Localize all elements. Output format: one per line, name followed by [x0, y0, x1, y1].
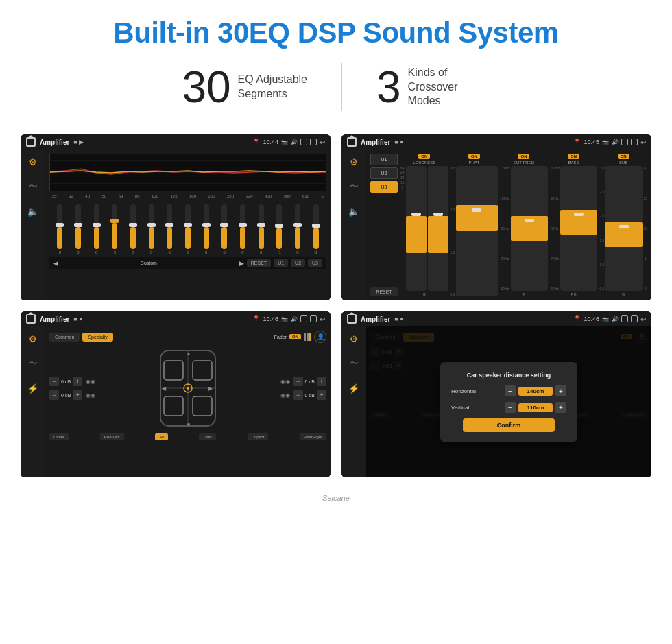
dsp-sidebar-icon3[interactable]: 🔈 — [347, 204, 361, 218]
eq-content: ⚙ 〜 🔈 — [21, 150, 331, 300]
eq-slider-10: 0 — [240, 204, 245, 254]
sp-main-area: − 0 dB + ◉◉ − 0 dB + ◉◉ — [49, 347, 326, 429]
dlg-sidebar-icon2[interactable]: 〜 — [347, 357, 361, 370]
vertical-plus-btn[interactable]: + — [555, 402, 566, 413]
dsp-reset-btn[interactable]: RESET — [370, 287, 398, 296]
status-bar-left-sp: Amplifier ■ ● — [26, 314, 83, 324]
dsp-layout: U1 U2 U3 RESET ON LOUDNESS — [370, 154, 647, 296]
stat-eq-number: 30 — [182, 65, 230, 109]
specialty-tab[interactable]: Specialty — [82, 333, 112, 342]
eq-slider-12: -1 — [276, 204, 282, 254]
zone-user-btn[interactable]: User — [199, 433, 216, 440]
time-dsp: 10:45 — [584, 139, 599, 145]
car-diagram-svg: ▲ ▼ ◀ ▶ — [154, 347, 222, 429]
sub-right-scale: 20 15 10 5 0 — [643, 166, 647, 291]
stat-eq-label: EQ AdjustableSegments — [238, 73, 307, 102]
eq-u2-btn[interactable]: U2 — [291, 259, 305, 267]
zone-rearright-btn[interactable]: RearRight — [300, 433, 326, 440]
db-plus-fl[interactable]: + — [73, 377, 82, 386]
eq-u3-btn[interactable]: U3 — [308, 259, 322, 267]
minimize-icon — [310, 139, 317, 145]
eq-slider-3: 5 — [112, 204, 117, 254]
dsp-u3-btn[interactable]: U3 — [370, 181, 398, 193]
back-icon-sp[interactable]: ↩ — [320, 315, 325, 323]
cutfreq-on-badge[interactable]: ON — [518, 154, 529, 159]
db-minus-rr[interactable]: − — [293, 390, 303, 400]
dsp-sidebar-icon1[interactable]: ⚙ — [347, 155, 361, 169]
dsp-channel-sub: ON SUB 3.0 2.5 2.0 1.5 1.0 0.5 — [599, 154, 647, 296]
home-icon-sp[interactable] — [26, 314, 36, 324]
back-icon-dsp[interactable]: ↩ — [640, 139, 646, 146]
sp-sidebar-icon3[interactable]: ⚡ — [26, 381, 40, 395]
sub-slider[interactable] — [605, 166, 643, 291]
loudness-on-badge[interactable]: ON — [418, 154, 430, 159]
eq-u1-btn[interactable]: U1 — [274, 259, 288, 267]
back-icon-dlg[interactable]: ↩ — [640, 315, 646, 323]
svg-rect-7 — [164, 396, 183, 416]
minimize-icon-sp — [310, 315, 317, 322]
confirm-button[interactable]: Confirm — [463, 418, 555, 432]
vertical-minus-btn[interactable]: − — [505, 402, 516, 413]
horizontal-minus-btn[interactable]: − — [505, 385, 516, 396]
watermark: Seicane — [0, 491, 672, 508]
db-minus-fl[interactable]: − — [49, 377, 59, 386]
db-minus-fr[interactable]: − — [293, 377, 303, 386]
cutfreq-scale: 120Hz 100Hz 80Hz 70Hz 60Hz — [500, 166, 509, 291]
phat-slider[interactable] — [456, 166, 499, 296]
eq-bottom-bar: ◀ Custom ▶ RESET U1 U2 U3 — [49, 257, 326, 269]
fader-on-toggle[interactable]: ON — [289, 334, 301, 339]
horizontal-value: 140cm — [518, 387, 553, 396]
bass-slider[interactable] — [560, 166, 597, 291]
status-bar-left-dsp: Amplifier ■ ● — [347, 137, 404, 147]
back-icon[interactable]: ↩ — [320, 139, 325, 146]
sub-on-badge[interactable]: ON — [618, 154, 629, 159]
db-plus-rl[interactable]: + — [73, 390, 82, 400]
dsp-sidebar-icon2[interactable]: 〜 — [347, 180, 361, 193]
status-bar-sp: Amplifier ■ ● 📍 10:46 📷 🔊 ↩ — [21, 311, 331, 326]
location-icon-dlg: 📍 — [573, 315, 581, 322]
dialog-vertical-row: Vertical − 110cm + — [451, 402, 566, 413]
cutfreq-slider[interactable] — [511, 166, 548, 291]
loudness-slider-v2[interactable] — [428, 166, 448, 291]
horizontal-plus-btn[interactable]: + — [555, 385, 566, 396]
phat-on-badge[interactable]: ON — [468, 154, 480, 159]
dsp-u2-btn[interactable]: U2 — [370, 167, 398, 179]
sp-sidebar-icon1[interactable]: ⚙ — [26, 332, 40, 346]
home-icon-dsp[interactable] — [347, 137, 357, 147]
db-minus-rl[interactable]: − — [49, 390, 59, 400]
user-icon-sp: 👤 — [314, 331, 326, 343]
db-plus-fr[interactable]: + — [317, 377, 326, 386]
dsp-u1-btn[interactable]: U1 — [370, 154, 398, 165]
loudness-slider-v[interactable] — [406, 166, 427, 291]
bass-label: BASS — [568, 160, 579, 165]
dlg-sidebar-icon3[interactable]: ⚡ — [347, 381, 361, 395]
zone-copilot-btn[interactable]: Copilot — [248, 433, 269, 440]
eq-sidebar-icon1[interactable]: ⚙ — [26, 155, 40, 169]
eq-prev-btn[interactable]: ◀ — [53, 260, 58, 267]
eq-next-btn[interactable]: ▶ — [239, 260, 244, 267]
dlg-sidebar-icon1[interactable]: ⚙ — [347, 332, 361, 346]
expand-arrows[interactable]: » — [322, 194, 324, 198]
window-icon-sp — [300, 315, 307, 322]
location-icon-sp: 📍 — [252, 315, 260, 322]
db-plus-rr[interactable]: + — [317, 390, 326, 400]
zone-rearleft-btn[interactable]: RearLeft — [100, 433, 124, 440]
svg-text:▶: ▶ — [208, 385, 213, 392]
zone-all-btn[interactable]: All — [155, 433, 168, 440]
zone-driver-btn[interactable]: Driver — [49, 433, 69, 440]
phat-scale: 3.8 2.1 1.3 0.5 — [451, 166, 455, 296]
db-control-rl: − 0 dB + ◉◉ — [49, 390, 95, 400]
dlg-main: Common Specialty ON 👤 − 0 dB — [366, 326, 651, 477]
status-bar-right-dlg: 📍 10:46 📷 🔊 ↩ — [573, 315, 646, 323]
eq-reset-btn[interactable]: RESET — [247, 259, 271, 267]
common-tab[interactable]: Common — [49, 333, 80, 342]
eq-sidebar-icon3[interactable]: 🔈 — [26, 204, 40, 218]
bass-on-badge[interactable]: ON — [568, 154, 579, 159]
home-icon[interactable] — [26, 137, 36, 147]
eq-sidebar-icon2[interactable]: 〜 — [26, 180, 40, 193]
freq-50: 50 — [102, 194, 107, 198]
eq-slider-4: 0 — [130, 204, 136, 254]
screenshots-grid: Amplifier ■ ▶ 📍 10:44 📷 🔊 ↩ ⚙ 〜 🔈 — [0, 128, 672, 491]
sp-sidebar-icon2[interactable]: 〜 — [26, 357, 40, 370]
home-icon-dlg[interactable] — [347, 314, 357, 324]
